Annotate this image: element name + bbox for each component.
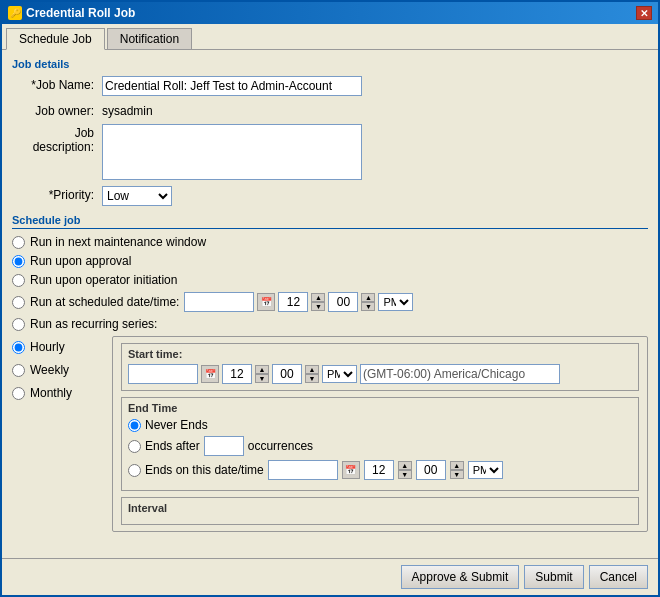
scheduled-hour-down[interactable]: ▼ — [311, 302, 325, 311]
submit-button[interactable]: Submit — [524, 565, 583, 589]
interval-group: Interval — [121, 497, 639, 525]
radio-weekly[interactable] — [12, 364, 25, 377]
radio-maintenance[interactable] — [12, 236, 25, 249]
scheduled-hour-input[interactable] — [278, 292, 308, 312]
scheduled-minute-spinner: ▲ ▼ — [361, 293, 375, 311]
radio-weekly-label: Weekly — [30, 363, 69, 377]
occurrences-label: occurrences — [248, 439, 313, 453]
never-ends-label: Never Ends — [145, 418, 208, 432]
start-calendar-button[interactable]: 📅 — [201, 365, 219, 383]
radio-hourly-label: Hourly — [30, 340, 65, 354]
end-date-input[interactable] — [268, 460, 338, 480]
end-calendar-button[interactable]: 📅 — [342, 461, 360, 479]
end-on-date-row: Ends on this date/time 📅 ▲ ▼ ▲ — [128, 460, 632, 480]
radio-row-operator: Run upon operator initiation — [12, 273, 648, 287]
title-bar: 🔑 Credential Roll Job ✕ — [2, 2, 658, 24]
job-description-row: Job description: — [12, 124, 648, 180]
job-name-input[interactable] — [102, 76, 362, 96]
radio-row-maintenance: Run in next maintenance window — [12, 235, 648, 249]
scheduled-ampm-select[interactable]: PM AM — [378, 293, 413, 311]
radio-monthly-label: Monthly — [30, 386, 72, 400]
end-minute-up[interactable]: ▲ — [450, 461, 464, 470]
end-hour-up[interactable]: ▲ — [398, 461, 412, 470]
radio-scheduled[interactable] — [12, 296, 25, 309]
scheduled-minute-input[interactable] — [328, 292, 358, 312]
interval-label: Interval — [128, 502, 632, 514]
priority-row: *Priority: Low Medium High — [12, 186, 648, 206]
end-minute-input[interactable] — [416, 460, 446, 480]
radio-scheduled-label: Run at scheduled date/time: — [30, 295, 179, 309]
window-title: Credential Roll Job — [26, 6, 135, 20]
radio-operator[interactable] — [12, 274, 25, 287]
end-time-header: End Time — [128, 402, 632, 414]
window-icon: 🔑 — [8, 6, 22, 20]
job-name-label: *Job Name: — [12, 76, 102, 92]
end-never-row: Never Ends — [128, 418, 632, 432]
main-content: Job details *Job Name: Job owner: sysadm… — [2, 50, 658, 558]
ends-on-label: Ends on this date/time — [145, 463, 264, 477]
ends-after-label: Ends after — [145, 439, 200, 453]
scheduled-hour-up[interactable]: ▲ — [311, 293, 325, 302]
scheduled-hour-spinner: ▲ ▼ — [311, 293, 325, 311]
start-ampm-select[interactable]: PM AM — [322, 365, 357, 383]
schedule-job-section: Schedule job Run in next maintenance win… — [12, 214, 648, 532]
radio-recurring-label: Run as recurring series: — [30, 317, 157, 331]
tab-schedule-job[interactable]: Schedule Job — [6, 28, 105, 50]
freq-hourly-row: Hourly — [12, 340, 112, 354]
start-minute-up[interactable]: ▲ — [305, 365, 319, 374]
start-hour-up[interactable]: ▲ — [255, 365, 269, 374]
timezone-input — [360, 364, 560, 384]
radio-approval-label: Run upon approval — [30, 254, 131, 268]
job-description-input[interactable] — [102, 124, 362, 180]
start-time-label: Start time: — [128, 348, 632, 360]
scheduled-minute-up[interactable]: ▲ — [361, 293, 375, 302]
radio-never-ends[interactable] — [128, 419, 141, 432]
radio-hourly[interactable] — [12, 341, 25, 354]
radio-ends-after[interactable] — [128, 440, 141, 453]
approve-submit-button[interactable]: Approve & Submit — [401, 565, 520, 589]
scheduled-minute-down[interactable]: ▼ — [361, 302, 375, 311]
end-minute-spinner: ▲ ▼ — [450, 461, 464, 479]
scheduled-datetime-row: 📅 ▲ ▼ ▲ ▼ PM AM — [184, 292, 413, 312]
cancel-button[interactable]: Cancel — [589, 565, 648, 589]
start-time-group: Start time: 📅 ▲ ▼ ▲ — [121, 343, 639, 391]
recurring-frequency-list: Hourly Weekly Monthly — [12, 336, 112, 532]
radio-monthly[interactable] — [12, 387, 25, 400]
priority-label: *Priority: — [12, 186, 102, 202]
occurrences-input[interactable] — [204, 436, 244, 456]
end-hour-down[interactable]: ▼ — [398, 470, 412, 479]
schedule-job-header: Schedule job — [12, 214, 648, 229]
radio-recurring[interactable] — [12, 318, 25, 331]
radio-operator-label: Run upon operator initiation — [30, 273, 177, 287]
job-details-header: Job details — [12, 58, 648, 70]
tab-notification[interactable]: Notification — [107, 28, 192, 49]
end-minute-down[interactable]: ▼ — [450, 470, 464, 479]
job-name-row: *Job Name: — [12, 76, 648, 96]
footer: Approve & Submit Submit Cancel — [2, 558, 658, 595]
radio-row-scheduled: Run at scheduled date/time: 📅 ▲ ▼ ▲ ▼ — [12, 292, 648, 312]
end-hour-input[interactable] — [364, 460, 394, 480]
radio-approval[interactable] — [12, 255, 25, 268]
priority-control: Low Medium High — [102, 186, 172, 206]
close-button[interactable]: ✕ — [636, 6, 652, 20]
title-bar-left: 🔑 Credential Roll Job — [8, 6, 135, 20]
radio-maintenance-label: Run in next maintenance window — [30, 235, 206, 249]
start-date-input[interactable] — [128, 364, 198, 384]
scheduled-date-input[interactable] — [184, 292, 254, 312]
main-window: 🔑 Credential Roll Job ✕ Schedule Job Not… — [0, 0, 660, 597]
job-owner-label: Job owner: — [12, 102, 102, 118]
start-hour-spinner: ▲ ▼ — [255, 365, 269, 383]
radio-row-recurring: Run as recurring series: — [12, 317, 648, 331]
job-owner-row: Job owner: sysadmin — [12, 102, 648, 118]
start-hour-input[interactable] — [222, 364, 252, 384]
start-hour-down[interactable]: ▼ — [255, 374, 269, 383]
radio-ends-on-date[interactable] — [128, 464, 141, 477]
priority-select[interactable]: Low Medium High — [102, 186, 172, 206]
scheduled-calendar-button[interactable]: 📅 — [257, 293, 275, 311]
end-after-row: Ends after occurrences — [128, 436, 632, 456]
tab-bar: Schedule Job Notification — [2, 24, 658, 50]
start-minute-input[interactable] — [272, 364, 302, 384]
end-ampm-select[interactable]: PM AM — [468, 461, 503, 479]
start-minute-down[interactable]: ▼ — [305, 374, 319, 383]
recurring-config-panel: Start time: 📅 ▲ ▼ ▲ — [112, 336, 648, 532]
